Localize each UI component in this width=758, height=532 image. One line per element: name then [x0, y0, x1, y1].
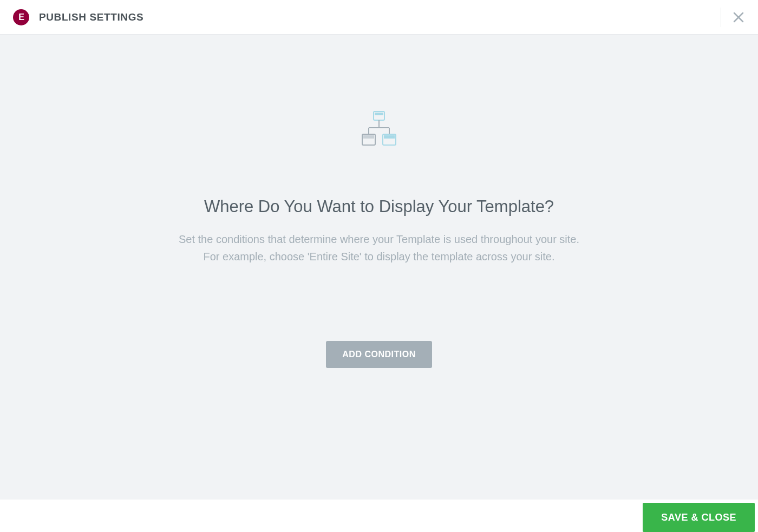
svg-rect-3 [375, 113, 383, 115]
main-heading: Where Do You Want to Display Your Templa… [204, 197, 554, 216]
sitemap-icon [360, 110, 398, 148]
subtext-line2: For example, choose 'Entire Site' to dis… [203, 251, 554, 262]
svg-rect-11 [384, 135, 395, 139]
close-icon [732, 11, 745, 24]
elementor-logo: E [13, 9, 29, 25]
dialog-title: PUBLISH SETTINGS [39, 11, 143, 23]
svg-rect-9 [363, 135, 374, 139]
dialog-footer: SAVE & CLOSE [0, 500, 758, 532]
subtext-line1: Set the conditions that determine where … [179, 233, 579, 245]
close-button[interactable] [732, 11, 745, 24]
header-right [721, 8, 745, 27]
dialog-header: E PUBLISH SETTINGS [0, 0, 758, 35]
main-subtext: Set the conditions that determine where … [179, 231, 579, 265]
save-close-button[interactable]: SAVE & CLOSE [643, 503, 755, 532]
add-condition-button[interactable]: ADD CONDITION [326, 341, 432, 368]
dialog-body: Where Do You Want to Display Your Templa… [0, 35, 758, 500]
header-divider [721, 8, 721, 27]
logo-letter: E [18, 12, 24, 22]
